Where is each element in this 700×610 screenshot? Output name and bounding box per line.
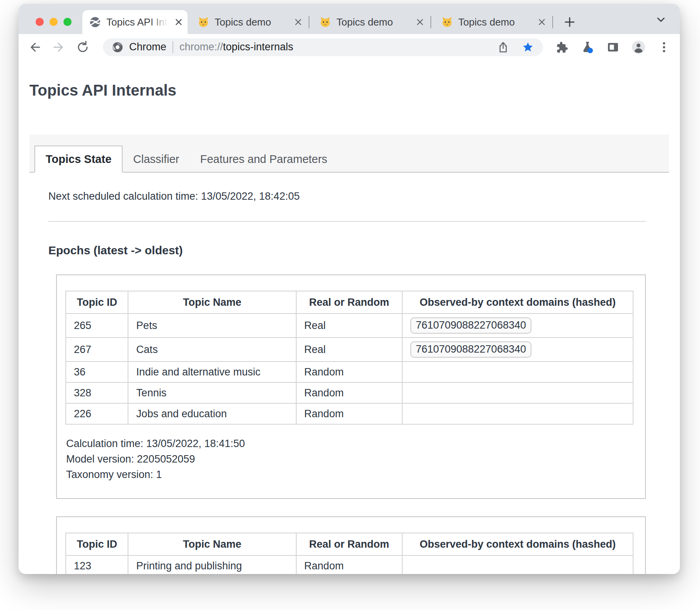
tab-search-chevron-down-icon[interactable] xyxy=(655,14,667,26)
browser-menu-dots-icon[interactable] xyxy=(657,41,671,54)
col-observed-domains: Observed-by context domains (hashed) xyxy=(402,533,633,555)
cell-topic-name: Jobs and education xyxy=(128,403,296,424)
browser-window: Topics API Internals Topics demo xyxy=(19,4,680,574)
tab-title: Topics API Internals xyxy=(106,16,171,28)
epoch-box-older: Topic ID Topic Name Real or Random Obser… xyxy=(56,516,646,574)
forward-icon[interactable] xyxy=(52,40,66,54)
cell-domains xyxy=(402,362,633,382)
cat-favicon-icon xyxy=(441,16,453,28)
extensions-puzzle-icon[interactable] xyxy=(555,41,569,54)
cell-topic-name: Cats xyxy=(128,338,296,362)
tab-title: Topics demo xyxy=(458,16,534,28)
col-real-or-random: Real or Random xyxy=(296,291,402,314)
table-row: 226 Jobs and education Random xyxy=(66,403,633,424)
new-tab-icon[interactable] xyxy=(563,15,576,29)
col-real-or-random: Real or Random xyxy=(296,533,402,555)
next-calculation-time: Next scheduled calculation time: 13/05/2… xyxy=(48,190,646,202)
col-topic-id: Topic ID xyxy=(66,291,128,314)
zoom-window-button[interactable] xyxy=(63,18,72,26)
epoch-box-latest: Topic ID Topic Name Real or Random Obser… xyxy=(56,274,646,499)
epoch-meta: Calculation time: 13/05/2022, 18:41:50 M… xyxy=(65,438,633,481)
cell-domains xyxy=(402,555,633,574)
chrome-logo-icon xyxy=(112,42,123,53)
taxonomy-version: Taxonomy version: 1 xyxy=(66,469,633,481)
cell-topic-name: Pets xyxy=(128,314,296,338)
tab-title: Topics demo xyxy=(215,16,290,28)
browser-toolbar: Chrome chrome://topics-internals xyxy=(19,34,680,60)
cell-domains: 7610709088227068340 xyxy=(402,338,633,362)
table-row: 123 Printing and publishing Random xyxy=(66,555,633,574)
observed-domain-chip: 7610709088227068340 xyxy=(410,341,531,358)
cell-topic-id: 265 xyxy=(66,314,128,338)
cell-source: Random xyxy=(296,555,402,574)
bookmark-star-icon[interactable] xyxy=(522,41,534,53)
url-scheme: chrome:// xyxy=(179,41,223,53)
cell-topic-name: Tennis xyxy=(128,382,296,403)
browser-tab-topics-demo-1[interactable]: Topics demo xyxy=(188,10,309,34)
back-icon[interactable] xyxy=(28,40,42,54)
tab-features-and-parameters[interactable]: Features and Parameters xyxy=(190,146,338,172)
page-title: Topics API Internals xyxy=(29,81,669,99)
table-header-row: Topic ID Topic Name Real or Random Obser… xyxy=(66,291,633,314)
close-window-button[interactable] xyxy=(36,18,44,26)
cell-domains xyxy=(402,382,633,403)
close-tab-icon[interactable] xyxy=(538,18,546,26)
col-topic-id: Topic ID xyxy=(66,533,128,555)
cat-favicon-icon xyxy=(319,16,331,28)
close-tab-icon[interactable] xyxy=(174,18,183,26)
url-host: topics-internals xyxy=(223,41,294,53)
url-text[interactable]: chrome://topics-internals xyxy=(179,41,293,53)
browser-tabstrip: Topics API Internals Topics demo xyxy=(19,4,680,34)
epochs-heading: Epochs (latest -> oldest) xyxy=(48,243,646,257)
epoch-table: Topic ID Topic Name Real or Random Obser… xyxy=(65,291,633,425)
table-row: 328 Tennis Random xyxy=(66,382,633,403)
profile-avatar-icon[interactable] xyxy=(632,41,645,54)
browser-tab-topics-demo-3[interactable]: Topics demo xyxy=(431,10,552,34)
col-topic-name: Topic Name xyxy=(128,533,296,555)
epoch-table: Topic ID Topic Name Real or Random Obser… xyxy=(65,533,633,574)
cell-topic-id: 36 xyxy=(66,362,128,382)
col-observed-domains: Observed-by context domains (hashed) xyxy=(402,291,633,314)
cell-topic-name: Printing and publishing xyxy=(128,555,296,574)
cat-favicon-icon xyxy=(198,16,209,28)
topics-state-panel: Next scheduled calculation time: 13/05/2… xyxy=(29,190,669,574)
share-icon[interactable] xyxy=(497,41,509,53)
url-divider xyxy=(172,41,173,53)
cell-source: Random xyxy=(296,362,402,382)
url-product-label: Chrome xyxy=(129,41,166,53)
address-bar[interactable]: Chrome chrome://topics-internals xyxy=(103,38,543,56)
cell-source: Random xyxy=(296,382,402,403)
cell-topic-id: 328 xyxy=(66,382,128,403)
table-row: 36 Indie and alternative music Random xyxy=(66,362,633,382)
cell-source: Random xyxy=(296,403,402,424)
table-header-row: Topic ID Topic Name Real or Random Obser… xyxy=(66,533,633,555)
reload-icon[interactable] xyxy=(76,40,90,54)
table-row: 265 Pets Real 7610709088227068340 xyxy=(66,314,633,338)
labs-flask-icon[interactable] xyxy=(581,41,594,54)
cell-topic-id: 226 xyxy=(66,403,128,424)
cell-domains: 7610709088227068340 xyxy=(402,314,633,338)
window-controls xyxy=(36,18,72,26)
tab-topics-state[interactable]: Topics State xyxy=(34,146,123,173)
tab-title: Topics demo xyxy=(336,16,412,28)
page-tabbar: Topics State Classifier Features and Par… xyxy=(29,135,669,173)
browser-tab-topics-demo-2[interactable]: Topics demo xyxy=(309,10,430,34)
cell-topic-id: 267 xyxy=(66,338,128,362)
table-row: 267 Cats Real 7610709088227068340 xyxy=(66,338,633,362)
globe-favicon-icon xyxy=(89,16,101,28)
close-tab-icon[interactable] xyxy=(294,18,302,26)
tab-divider xyxy=(552,16,553,28)
minimize-window-button[interactable] xyxy=(50,18,58,26)
tab-classifier[interactable]: Classifier xyxy=(123,146,190,172)
cell-source: Real xyxy=(296,338,402,362)
close-tab-icon[interactable] xyxy=(416,18,424,26)
side-panel-icon[interactable] xyxy=(606,41,620,54)
model-version: Model version: 2205052059 xyxy=(66,453,633,465)
cell-source: Real xyxy=(296,314,402,338)
divider xyxy=(48,221,646,222)
browser-tab-topics-internals[interactable]: Topics API Internals xyxy=(82,10,188,34)
calculation-time: Calculation time: 13/05/2022, 18:41:50 xyxy=(66,438,633,450)
cell-topic-id: 123 xyxy=(66,555,128,574)
col-topic-name: Topic Name xyxy=(128,291,296,314)
observed-domain-chip: 7610709088227068340 xyxy=(410,317,531,334)
